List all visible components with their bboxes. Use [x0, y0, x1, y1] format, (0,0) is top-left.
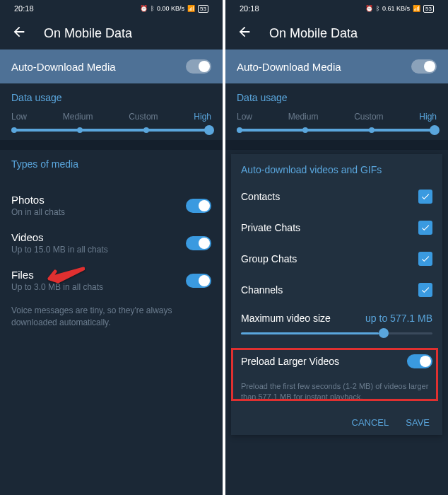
- videos-toggle[interactable]: [186, 236, 211, 250]
- back-arrow-icon[interactable]: [11, 24, 27, 42]
- types-title: Types of media: [11, 158, 211, 170]
- video-settings-modal: Auto-download videos and GIFs Contacts P…: [231, 154, 442, 435]
- usage-slider-labels: Low Medium Custom High: [11, 112, 211, 122]
- app-header: On Mobile Data: [0, 17, 223, 50]
- modal-row-channels[interactable]: Channels: [231, 274, 442, 305]
- maxsize-label: Maximum video size: [241, 313, 331, 324]
- usage-slider[interactable]: [237, 129, 437, 132]
- modal-actions: CANCEL SAVE: [231, 410, 442, 435]
- photos-title: Photos: [11, 194, 65, 206]
- maxsize-slider[interactable]: [241, 332, 432, 334]
- screen-right: 20:18 ⏰ᛒ0.61 KB/s📶 53 On Mobile Data Aut…: [225, 0, 448, 495]
- screen-left: 20:18 ⏰ᛒ0.00 KB/s📶 53 On Mobile Data Aut…: [0, 0, 223, 495]
- data-usage-section: Data usage Low Medium Custom High: [225, 83, 448, 140]
- divider: [0, 140, 223, 150]
- status-icons: ⏰ᛒ0.61 KB/s📶 53: [365, 5, 434, 13]
- photos-toggle[interactable]: [186, 199, 211, 213]
- status-time: 20:18: [240, 4, 259, 13]
- preload-note: Preload the first few seconds (1-2 MB) o…: [231, 377, 442, 410]
- max-size-section: Maximum video size up to 577.1 MB: [231, 305, 442, 346]
- usage-slider-labels: Low Medium Custom High: [237, 112, 437, 122]
- auto-download-banner[interactable]: Auto-Download Media: [0, 50, 223, 83]
- page-title: On Mobile Data: [269, 26, 358, 41]
- preload-row[interactable]: Preload Larger Videos: [231, 346, 442, 377]
- status-icons: ⏰ᛒ0.00 KB/s📶 53: [140, 5, 208, 13]
- maxsize-value: up to 577.1 MB: [365, 313, 432, 324]
- back-arrow-icon[interactable]: [237, 24, 252, 42]
- modal-row-private[interactable]: Private Chats: [231, 212, 442, 243]
- app-header: On Mobile Data: [225, 17, 448, 50]
- status-bar: 20:18 ⏰ᛒ0.61 KB/s📶 53: [225, 0, 448, 17]
- photos-sub: On in all chats: [11, 207, 65, 217]
- checkbox-icon[interactable]: [418, 190, 432, 204]
- auto-download-banner[interactable]: Auto-Download Media: [225, 50, 448, 83]
- voice-note: Voice messages are tiny, so they're alwa…: [0, 299, 223, 334]
- status-bar: 20:18 ⏰ᛒ0.00 KB/s📶 53: [0, 0, 223, 17]
- files-toggle[interactable]: [186, 274, 211, 288]
- data-usage-section: Data usage Low Medium Custom High: [0, 83, 223, 140]
- cancel-button[interactable]: CANCEL: [352, 417, 389, 428]
- preload-toggle[interactable]: [407, 354, 432, 368]
- files-row[interactable]: Files Up to 3.0 MB in all chats: [0, 262, 223, 299]
- photos-row[interactable]: Photos On in all chats: [0, 187, 223, 224]
- page-title: On Mobile Data: [44, 26, 132, 41]
- auto-download-toggle[interactable]: [411, 59, 437, 74]
- types-section: Types of media: [0, 150, 223, 187]
- auto-download-toggle[interactable]: [186, 59, 211, 74]
- checkbox-icon[interactable]: [418, 221, 432, 235]
- videos-sub: Up to 15.0 MB in all chats: [11, 245, 108, 255]
- videos-row[interactable]: Videos Up to 15.0 MB in all chats: [0, 224, 223, 262]
- data-usage-title: Data usage: [237, 92, 437, 103]
- modal-row-contacts[interactable]: Contacts: [231, 181, 442, 212]
- usage-slider[interactable]: [11, 129, 211, 132]
- status-time: 20:18: [14, 4, 34, 13]
- checkbox-icon[interactable]: [418, 252, 432, 266]
- save-button[interactable]: SAVE: [406, 417, 430, 428]
- modal-row-group[interactable]: Group Chats: [231, 243, 442, 274]
- videos-title: Videos: [11, 231, 108, 243]
- banner-label: Auto-Download Media: [11, 61, 116, 73]
- checkbox-icon[interactable]: [418, 283, 432, 297]
- data-usage-title: Data usage: [11, 92, 211, 103]
- annotation-arrow-icon: [42, 263, 85, 287]
- banner-label: Auto-Download Media: [237, 61, 341, 73]
- divider: [225, 140, 448, 150]
- modal-title: Auto-download videos and GIFs: [231, 154, 442, 181]
